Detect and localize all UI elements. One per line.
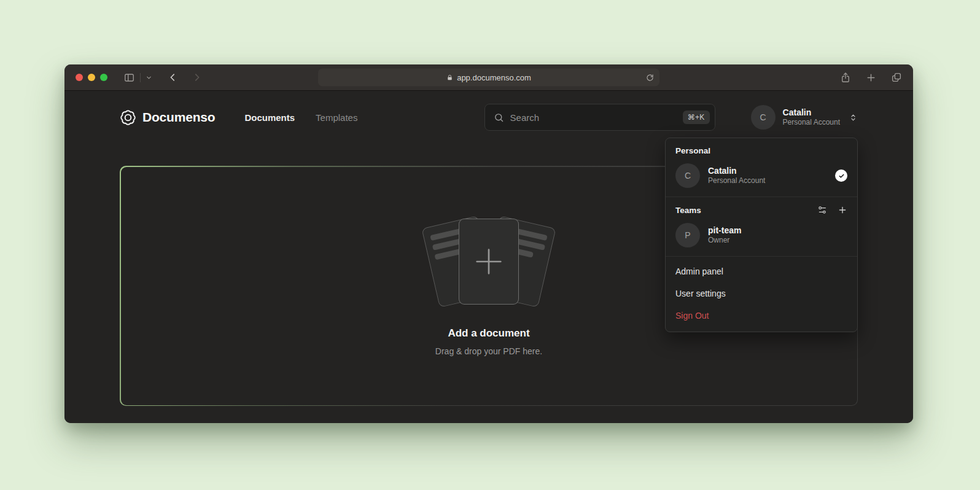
personal-account-item[interactable]: C Catalin Personal Account (675, 163, 847, 188)
share-icon[interactable] (840, 72, 851, 84)
account-type: Personal Account (783, 118, 840, 127)
team-avatar: P (675, 223, 700, 247)
plus-icon (471, 244, 507, 279)
nav-documents[interactable]: Documents (244, 112, 295, 123)
app-content: Documenso Documents Templates ⌘+K C Cata… (64, 91, 913, 423)
account-name: Catalin (783, 107, 840, 119)
account-name: Catalin (708, 165, 827, 176)
team-name: pit-team (708, 225, 847, 236)
avatar: C (675, 163, 700, 188)
manage-teams-icon[interactable] (817, 205, 827, 215)
tab-overview-icon[interactable] (891, 72, 902, 83)
minimize-window-button[interactable] (88, 74, 95, 81)
teams-section-label: Teams (675, 206, 701, 215)
zoom-window-button[interactable] (100, 74, 107, 81)
document-stack-icon (418, 216, 559, 308)
dropzone-subtitle: Drag & drop your PDF here. (435, 346, 542, 356)
teams-section: Teams P pit-team Owner (666, 197, 857, 256)
traffic-lights (76, 74, 107, 81)
search-icon (494, 112, 504, 123)
forward-icon[interactable] (192, 72, 203, 83)
sidebar-icon[interactable] (123, 72, 135, 84)
account-type: Personal Account (708, 176, 827, 186)
main-nav: Documents Templates (244, 112, 357, 123)
brand-link[interactable]: Documenso (120, 109, 215, 126)
back-icon[interactable] (167, 72, 178, 83)
dropdown-menu-items: Admin panel User settings Sign Out (666, 257, 857, 332)
check-circle-icon (835, 169, 847, 182)
avatar: C (751, 105, 776, 130)
search-input[interactable] (510, 112, 677, 123)
menu-item-sign-out[interactable]: Sign Out (666, 305, 857, 327)
chevrons-up-down-icon (849, 113, 858, 122)
lock-icon (446, 74, 453, 81)
browser-window: app.documenso.com (64, 64, 913, 423)
toolbar-separator (140, 73, 141, 82)
reload-icon[interactable] (646, 74, 654, 82)
brand-name: Documenso (142, 110, 215, 125)
nav-templates[interactable]: Templates (316, 112, 357, 123)
team-item[interactable]: P pit-team Owner (675, 223, 847, 247)
dropzone-title: Add a document (448, 327, 529, 340)
url-text: app.documenso.com (457, 73, 531, 82)
search-shortcut-badge: ⌘+K (683, 111, 710, 124)
sidebar-chevron-down-icon[interactable] (146, 74, 152, 81)
search-box[interactable]: ⌘+K (484, 104, 715, 131)
menu-item-user-settings[interactable]: User settings (666, 282, 857, 305)
browser-toolbar: app.documenso.com (64, 64, 913, 91)
team-role: Owner (708, 236, 847, 246)
account-dropdown: Personal C Catalin Personal Account Team… (665, 138, 858, 332)
new-tab-icon[interactable] (866, 72, 876, 83)
account-menu-trigger[interactable]: C Catalin Personal Account (751, 105, 858, 130)
menu-item-admin-panel[interactable]: Admin panel (666, 260, 857, 282)
documenso-logo-icon (120, 109, 136, 126)
document-card-front (459, 219, 519, 305)
app-header: Documenso Documents Templates ⌘+K C Cata… (64, 91, 913, 144)
add-team-icon[interactable] (838, 205, 847, 215)
personal-section: Personal C Catalin Personal Account (666, 138, 857, 196)
address-bar[interactable]: app.documenso.com (318, 69, 659, 87)
close-window-button[interactable] (76, 74, 83, 81)
personal-section-label: Personal (675, 146, 847, 155)
